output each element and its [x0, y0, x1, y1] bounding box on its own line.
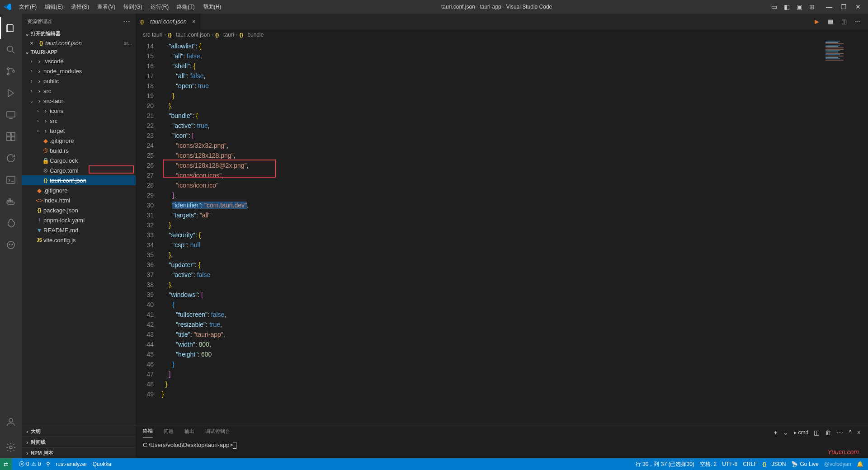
- breadcrumb-item[interactable]: tauri: [223, 32, 234, 38]
- editor-area: {} tauri.conf.json × ▶ ▦ ◫ ⋯ src-tauri›{…: [136, 14, 868, 458]
- new-terminal-icon[interactable]: +: [774, 429, 777, 436]
- toggle-sidebar-icon[interactable]: ◧: [781, 0, 792, 13]
- panel-tab[interactable]: 调试控制台: [205, 428, 230, 437]
- close-tab-icon[interactable]: ×: [192, 18, 196, 25]
- folder-item[interactable]: ››node_modules: [22, 66, 136, 76]
- status-spaces[interactable]: 空格: 2: [700, 461, 717, 468]
- open-editor-item[interactable]: × {} tauri.conf.json sr...: [22, 38, 136, 48]
- menu-item[interactable]: 查看(V): [94, 1, 119, 13]
- more-icon[interactable]: ⋯: [837, 429, 843, 436]
- breadcrumb-item[interactable]: src-tauri: [143, 32, 162, 38]
- panel-tab[interactable]: 问题: [164, 428, 174, 437]
- status-user[interactable]: @volodyan: [824, 461, 851, 467]
- status-golive[interactable]: 📡Go Live: [791, 461, 818, 467]
- remote-explorer-icon[interactable]: [0, 104, 22, 126]
- folder-item[interactable]: ››target: [22, 126, 136, 136]
- minimize-icon[interactable]: —: [823, 0, 835, 13]
- breadcrumb-item[interactable]: bundle: [247, 32, 264, 38]
- file-item[interactable]: {}package.json: [22, 205, 136, 215]
- menu-item[interactable]: 选择(S): [67, 1, 93, 13]
- status-language[interactable]: {} JSON: [763, 461, 786, 467]
- broadcast-icon: 📡: [791, 461, 798, 467]
- terminal-body[interactable]: C:\Users\volod\Desktop\tauri-app>: [136, 440, 868, 458]
- accounts-icon[interactable]: [0, 411, 22, 433]
- close-editor-icon[interactable]: ×: [28, 40, 35, 47]
- project-section[interactable]: ⌄ TAURI-APP: [22, 48, 136, 56]
- sidebar-more-icon[interactable]: ⋯: [123, 17, 130, 26]
- file-item[interactable]: JSvite.config.js: [22, 235, 136, 245]
- file-item[interactable]: ▼README.md: [22, 225, 136, 235]
- search-icon[interactable]: [0, 39, 22, 61]
- code-content[interactable]: "allowlist": { "all": false, "shell": { …: [162, 40, 868, 425]
- run-debug-icon[interactable]: [0, 82, 22, 104]
- refresh-icon[interactable]: [0, 147, 22, 169]
- split-terminal-icon[interactable]: ◫: [814, 429, 820, 436]
- status-eol[interactable]: CRLF: [743, 461, 757, 467]
- grid-icon[interactable]: ▦: [826, 17, 835, 27]
- breadcrumb[interactable]: src-tauri›{}tauri.conf.json›{}tauri›{}bu…: [136, 29, 868, 40]
- chevron-icon: ›: [28, 79, 35, 84]
- status-cursor[interactable]: 行 30，列 37 (已选择30): [636, 461, 694, 468]
- code-editor[interactable]: 1415161718192021222324252627282930313233…: [136, 40, 868, 425]
- panel-tab[interactable]: 终端: [143, 428, 153, 437]
- minimap[interactable]: [826, 40, 862, 140]
- editor-tab[interactable]: {} tauri.conf.json ×: [136, 14, 200, 29]
- menu-item[interactable]: 运行(R): [147, 1, 173, 13]
- docker-icon[interactable]: [0, 191, 22, 212]
- customize-layout-icon[interactable]: ⊞: [807, 0, 817, 13]
- file-item[interactable]: 🔒Cargo.lock: [22, 155, 136, 165]
- remote-button[interactable]: ⇄: [0, 458, 12, 470]
- folder-item[interactable]: ››public: [22, 76, 136, 86]
- status-rust[interactable]: rust-analyzer: [56, 461, 87, 467]
- source-control-icon[interactable]: [0, 61, 22, 82]
- breadcrumb-item[interactable]: tauri.conf.json: [176, 32, 210, 38]
- npm-section[interactable]: ›NPM 脚本: [22, 447, 136, 458]
- maximize-icon[interactable]: ❐: [837, 0, 850, 13]
- split-editor-icon[interactable]: ◫: [839, 17, 849, 27]
- menu-item[interactable]: 帮助(H): [199, 1, 225, 13]
- file-item[interactable]: {}tauri.conf.json: [22, 175, 136, 185]
- extensions-icon[interactable]: [0, 126, 22, 147]
- file-item[interactable]: ◆.gitignore: [22, 136, 136, 146]
- status-encoding[interactable]: UTF-8: [722, 461, 737, 467]
- maximize-panel-icon[interactable]: ^: [849, 429, 852, 436]
- menu-item[interactable]: 终端(T): [173, 1, 198, 13]
- status-notifications-icon[interactable]: 🔔: [857, 461, 863, 467]
- timeline-section[interactable]: ›时间线: [22, 437, 136, 447]
- layout-icon[interactable]: ▣: [794, 0, 805, 13]
- explorer-icon[interactable]: [0, 17, 22, 39]
- settings-gear-icon[interactable]: [0, 437, 22, 458]
- item-label: src: [43, 88, 51, 94]
- panel-tab[interactable]: 输出: [184, 428, 194, 437]
- status-quokka[interactable]: Quokka: [93, 461, 111, 467]
- toggle-panel-icon[interactable]: ▭: [769, 0, 779, 13]
- terminal-prompt: C:\Users\volod\Desktop\tauri-app>: [143, 442, 233, 448]
- menu-item[interactable]: 编辑(E): [41, 1, 66, 13]
- copilot-icon[interactable]: [0, 234, 22, 256]
- menu-item[interactable]: 转到(G): [120, 1, 146, 13]
- more-actions-icon[interactable]: ⋯: [853, 17, 863, 27]
- trash-icon[interactable]: 🗑: [825, 429, 831, 436]
- file-item[interactable]: <>index.html: [22, 195, 136, 205]
- folder-item[interactable]: ››src: [22, 86, 136, 96]
- folder-item[interactable]: ⌄›src-tauri: [22, 96, 136, 106]
- status-errors[interactable]: ⓧ0⚠0: [19, 461, 41, 468]
- chatgpt-icon[interactable]: [0, 212, 22, 234]
- outline-section[interactable]: ›大纲: [22, 426, 136, 437]
- file-item[interactable]: ®build.rs: [22, 146, 136, 155]
- close-panel-icon[interactable]: ×: [857, 429, 861, 436]
- file-item[interactable]: ⚙Cargo.toml: [22, 165, 136, 175]
- folder-item[interactable]: ››src: [22, 116, 136, 126]
- close-icon[interactable]: ✕: [852, 0, 864, 13]
- terminal-shell[interactable]: ▸cmd: [794, 429, 809, 436]
- file-item[interactable]: !pnpm-lock.yaml: [22, 215, 136, 225]
- menu-item[interactable]: 文件(F): [15, 1, 40, 13]
- folder-item[interactable]: ››.vscode: [22, 56, 136, 66]
- file-item[interactable]: ◆.gitignore: [22, 185, 136, 195]
- open-editors-section[interactable]: ⌄ 打开的编辑器: [22, 29, 136, 38]
- terminal-icon[interactable]: [0, 169, 22, 191]
- folder-item[interactable]: ››icons: [22, 106, 136, 116]
- status-ports[interactable]: ⚲: [46, 461, 50, 467]
- run-icon[interactable]: ▶: [812, 17, 822, 27]
- terminal-dropdown-icon[interactable]: ⌄: [783, 429, 788, 436]
